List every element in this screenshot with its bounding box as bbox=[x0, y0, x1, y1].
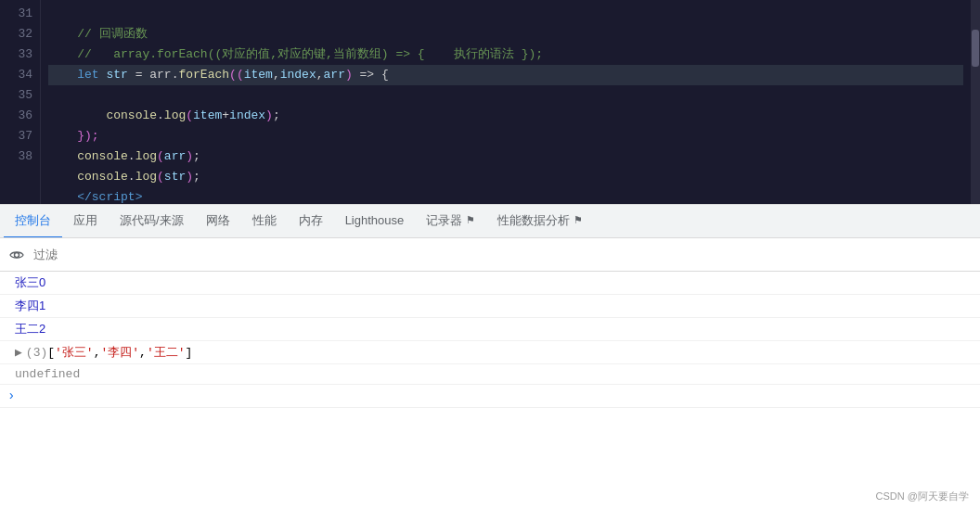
tab-lighthouse[interactable]: Lighthouse bbox=[334, 205, 416, 238]
array-count: (3) bbox=[26, 346, 47, 360]
svg-point-0 bbox=[15, 252, 19, 257]
tab-bar: 控制台 应用 源代码/来源 网络 性能 内存 Lighthouse 记录器 ⚑ … bbox=[0, 205, 980, 238]
console-output-line-2: 李四1 bbox=[0, 295, 980, 318]
scrollbar[interactable] bbox=[971, 0, 980, 204]
console-toolbar bbox=[0, 238, 980, 272]
watermark: CSDN @阿天要自学 bbox=[876, 490, 969, 503]
eye-icon-button[interactable] bbox=[7, 246, 26, 264]
tab-application[interactable]: 应用 bbox=[62, 205, 109, 238]
tab-performance[interactable]: 性能 bbox=[241, 205, 288, 238]
undefined-text: undefined bbox=[15, 367, 80, 381]
output-text-3: 王二2 bbox=[15, 321, 45, 337]
tab-sources[interactable]: 源代码/来源 bbox=[109, 205, 195, 238]
console-output: 张三0 李四1 王二2 ▶ (3) [ '张三' , '李四' , '王二' ]… bbox=[0, 272, 980, 509]
code-content: // 回调函数 // array.forEach((对应的值,对应的键,当前数组… bbox=[41, 0, 971, 204]
console-output-line-3: 王二2 bbox=[0, 318, 980, 341]
output-text-1: 张三0 bbox=[15, 274, 45, 291]
line-numbers: 31 32 33 34 35 36 37 38 bbox=[0, 0, 41, 204]
console-prompt-icon[interactable]: › bbox=[7, 388, 15, 403]
tab-console[interactable]: 控制台 bbox=[4, 205, 62, 238]
code-editor: 31 32 33 34 35 36 37 38 // 回调函数 // array… bbox=[0, 0, 980, 204]
tab-network[interactable]: 网络 bbox=[195, 205, 241, 238]
tab-perf-insights[interactable]: 性能数据分析 ⚑ bbox=[486, 205, 594, 238]
recorder-icon: ⚑ bbox=[466, 214, 475, 226]
tab-memory[interactable]: 内存 bbox=[288, 205, 334, 238]
console-output-line-4: ▶ (3) [ '张三' , '李四' , '王二' ] bbox=[0, 341, 980, 364]
array-expand-icon[interactable]: ▶ bbox=[15, 345, 22, 360]
output-text-2: 李四1 bbox=[15, 298, 45, 314]
console-prompt-line[interactable]: › bbox=[0, 385, 980, 408]
eye-icon bbox=[9, 248, 24, 262]
tab-recorder[interactable]: 记录器 ⚑ bbox=[415, 205, 486, 238]
devtools-panel: 控制台 应用 源代码/来源 网络 性能 内存 Lighthouse 记录器 ⚑ … bbox=[0, 204, 980, 509]
perf-insights-icon: ⚑ bbox=[574, 214, 583, 226]
console-output-line-5: undefined bbox=[0, 364, 980, 385]
console-output-line-1: 张三0 bbox=[0, 272, 980, 295]
filter-input[interactable] bbox=[33, 248, 973, 261]
